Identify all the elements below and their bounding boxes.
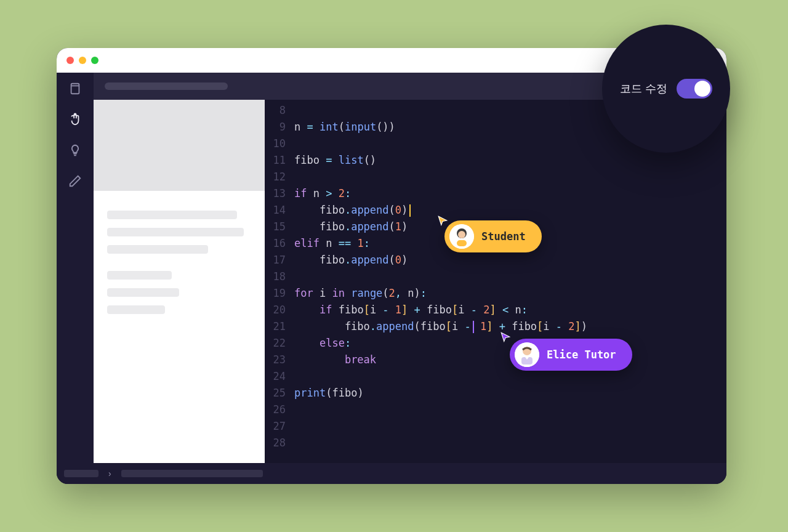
status-bar: ›: [57, 463, 726, 484]
code-line[interactable]: 11fibo = list(): [265, 152, 726, 169]
toggle-knob: [694, 81, 710, 97]
svg-rect-6: [457, 240, 467, 246]
hand-icon[interactable]: [68, 112, 82, 127]
code-line[interactable]: 23 break: [265, 352, 726, 368]
text-caret: [409, 204, 411, 217]
code-edit-toggle-circle: 코드 수정: [602, 25, 730, 153]
line-number: 28: [265, 435, 294, 451]
code-edit-label: 코드 수정: [620, 81, 667, 96]
code-content[interactable]: [294, 169, 726, 185]
bulb-icon[interactable]: [68, 143, 82, 158]
line-number: 11: [265, 152, 294, 169]
line-number: 10: [265, 135, 294, 152]
code-line[interactable]: 24: [265, 368, 726, 385]
code-line[interactable]: 21 fibo.append(fibo[i - 1] + fibo[i - 2]…: [265, 318, 726, 335]
code-content[interactable]: if fibo[i - 1] + fibo[i - 2] < n:: [294, 302, 726, 318]
line-number: 26: [265, 401, 294, 418]
code-line[interactable]: 25print(fibo): [265, 385, 726, 401]
code-line[interactable]: 17 fibo.append(0): [265, 252, 726, 268]
panel-body: [94, 191, 265, 463]
code-content[interactable]: print(fibo): [294, 385, 726, 401]
status-block-2: [121, 470, 263, 477]
code-line[interactable]: 19for i in range(2, n):: [265, 285, 726, 302]
code-content[interactable]: fibo = list(): [294, 152, 726, 169]
code-content[interactable]: fibo.append(0): [294, 252, 726, 268]
line-number: 8: [265, 102, 294, 119]
code-line[interactable]: 13if n > 2:: [265, 185, 726, 202]
minimize-dot[interactable]: [79, 57, 86, 64]
tutor-avatar: [515, 342, 539, 367]
student-cursor-pill: Student: [444, 220, 542, 252]
sidebar: [57, 73, 94, 463]
code-line[interactable]: 14 fibo.append(0): [265, 202, 726, 219]
pencil-icon[interactable]: [68, 174, 82, 188]
code-content[interactable]: [294, 368, 726, 385]
code-editor[interactable]: 89n = int(input())1011fibo = list()1213i…: [265, 100, 726, 463]
tutor-cursor-pill: Elice Tutor: [510, 339, 632, 371]
svg-rect-0: [71, 84, 79, 94]
book-icon[interactable]: [68, 81, 82, 96]
line-number: 19: [265, 285, 294, 302]
svg-point-5: [458, 231, 465, 238]
code-line[interactable]: 28: [265, 435, 726, 451]
line-number: 18: [265, 268, 294, 285]
line-number: 27: [265, 418, 294, 435]
line-number: 17: [265, 252, 294, 268]
code-content[interactable]: [294, 418, 726, 435]
student-cursor-icon: [437, 215, 448, 226]
close-dot[interactable]: [66, 57, 74, 64]
student-label: Student: [481, 228, 526, 245]
code-content[interactable]: fibo.append(0): [294, 202, 726, 219]
tutor-cursor-icon: [500, 331, 511, 342]
line-number: 16: [265, 235, 294, 252]
line-number: 22: [265, 335, 294, 352]
line-number: 21: [265, 318, 294, 335]
code-content[interactable]: [294, 435, 726, 451]
line-number: 20: [265, 302, 294, 318]
code-content[interactable]: [294, 401, 726, 418]
code-content[interactable]: if n > 2:: [294, 185, 726, 202]
code-content[interactable]: for i in range(2, n):: [294, 285, 726, 302]
line-number: 12: [265, 169, 294, 185]
panel-header: [94, 100, 265, 191]
line-number: 13: [265, 185, 294, 202]
line-number: 15: [265, 219, 294, 235]
chevron-right-icon[interactable]: ›: [105, 469, 115, 478]
code-edit-toggle[interactable]: [677, 79, 712, 99]
code-line[interactable]: 27: [265, 418, 726, 435]
code-content[interactable]: [294, 268, 726, 285]
line-number: 23: [265, 352, 294, 368]
code-line[interactable]: 26: [265, 401, 726, 418]
line-number: 25: [265, 385, 294, 401]
code-line[interactable]: 18: [265, 268, 726, 285]
code-line[interactable]: 22 else:: [265, 335, 726, 352]
code-line[interactable]: 12: [265, 169, 726, 185]
tutor-label: Elice Tutor: [547, 347, 616, 363]
code-line[interactable]: 20 if fibo[i - 1] + fibo[i - 2] < n:: [265, 302, 726, 318]
line-number: 24: [265, 368, 294, 385]
line-number: 9: [265, 119, 294, 135]
line-number: 14: [265, 202, 294, 219]
student-avatar: [449, 224, 474, 249]
tab-placeholder: [105, 83, 228, 90]
status-block: [64, 470, 98, 477]
instructions-panel: [94, 100, 265, 463]
maximize-dot[interactable]: [91, 57, 98, 64]
